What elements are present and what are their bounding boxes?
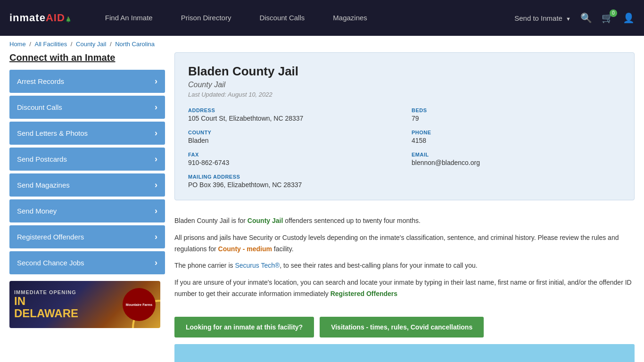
nav-icons: Send to Inmate ▼ 🔍 🛒 0 👤 [514, 12, 635, 24]
visitations-button[interactable]: Visitations - times, rules, Covid cancel… [320, 317, 484, 337]
sidebar-item-arrest-records[interactable]: Arrest Records › [9, 70, 165, 93]
county-value: Bladen [188, 137, 397, 144]
ad-in: IN DELAWARE [14, 295, 78, 320]
email-block: EMAIL blennon@bladenco.org [412, 152, 621, 166]
county-label: COUNTY [188, 130, 397, 135]
mailing-label: MAILING ADDRESS [188, 174, 397, 180]
registered-offenders-link[interactable]: Registered Offenders [330, 290, 397, 297]
sidebar-item-send-postcards[interactable]: Send Postcards › [9, 148, 165, 171]
description-p4: If you are unsure of your inmate's locat… [174, 277, 635, 300]
facility-photo [174, 344, 635, 362]
address-block: ADDRESS 105 Court St, Elizabethtown, NC … [188, 107, 397, 122]
info-grid: ADDRESS 105 Court St, Elizabethtown, NC … [188, 107, 621, 189]
arrow-icon: › [155, 180, 157, 190]
nav-links: Find An Inmate Prison Directory Discount… [91, 0, 514, 36]
county-block: COUNTY Bladen [188, 130, 397, 144]
address-label: ADDRESS [188, 107, 397, 113]
sidebar: Connect with an Inmate Arrest Records › … [9, 52, 165, 362]
fax-value: 910-862-6743 [188, 159, 397, 166]
email-value: blennon@bladenco.org [412, 159, 621, 166]
mailing-value: PO Box 396, Elizabethtown, NC 28337 [188, 181, 397, 189]
description-area: Bladen County Jail is for County Jail of… [174, 208, 635, 313]
securus-link[interactable]: Securus Tech® [235, 262, 280, 269]
navbar: inmateAID🎄 Find An Inmate Prison Directo… [0, 0, 644, 36]
arrow-icon: › [155, 154, 157, 164]
sidebar-item-registered-offenders[interactable]: Registered Offenders › [9, 225, 165, 248]
fax-label: FAX [188, 152, 397, 157]
description-p3: The phone carrier is Securus Tech®, to s… [174, 260, 635, 272]
action-buttons: Looking for an inmate at this facility? … [174, 317, 635, 337]
nav-discount-calls[interactable]: Discount Calls [245, 0, 319, 36]
beds-value: 79 [412, 115, 621, 122]
nav-prison-directory[interactable]: Prison Directory [167, 0, 246, 36]
breadcrumb: Home / All Facilities / County Jail / No… [0, 36, 644, 52]
beds-block: BEDS 79 [412, 107, 621, 122]
user-icon[interactable]: 👤 [623, 12, 635, 24]
find-inmate-button[interactable]: Looking for an inmate at this facility? [174, 317, 314, 337]
phone-label: PHONE [412, 130, 621, 135]
phone-value: 4158 [412, 137, 621, 144]
county-jail-link[interactable]: County Jail [248, 217, 283, 224]
county-medium-link[interactable]: County - medium [218, 245, 272, 253]
breadcrumb-county-jail[interactable]: County Jail [76, 41, 106, 48]
sidebar-menu: Arrest Records › Discount Calls › Send L… [9, 70, 165, 274]
address-value: 105 Court St, Elizabethtown, NC 28337 [188, 115, 397, 122]
fax-block: FAX 910-862-6743 [188, 152, 397, 166]
arrow-icon: › [155, 258, 157, 268]
sidebar-item-send-money[interactable]: Send Money › [9, 199, 165, 222]
search-icon[interactable]: 🔍 [580, 12, 592, 24]
beds-label: BEDS [412, 107, 621, 113]
send-dropdown-arrow: ▼ [566, 16, 571, 22]
sidebar-item-send-magazines[interactable]: Send Magazines › [9, 173, 165, 197]
nav-find-inmate[interactable]: Find An Inmate [91, 0, 167, 36]
logo[interactable]: inmateAID🎄 [9, 12, 72, 24]
arrow-icon: › [155, 206, 157, 216]
description-p1: Bladen County Jail is for County Jail of… [174, 215, 635, 227]
arrow-icon: › [155, 76, 157, 86]
sidebar-item-discount-calls[interactable]: Discount Calls › [9, 96, 165, 119]
send-to-inmate-button[interactable]: Send to Inmate ▼ [514, 14, 571, 22]
facility-name: Bladen County Jail [188, 64, 621, 79]
email-label: EMAIL [412, 152, 621, 157]
description-p2: All prisons and jails have Security or C… [174, 232, 635, 255]
logo-text: inmateAID🎄 [9, 12, 72, 24]
breadcrumb-home[interactable]: Home [9, 41, 26, 48]
ad-logo: Mountaire Farms [123, 288, 156, 321]
nav-magazines[interactable]: Magazines [319, 0, 381, 36]
cart-badge: 0 [610, 9, 617, 17]
facility-type: County Jail [188, 81, 621, 89]
arrow-icon: › [155, 128, 157, 138]
main-content: Bladen County Jail County Jail Last Upda… [174, 52, 635, 362]
facility-updated: Last Updated: August 10, 2022 [188, 91, 621, 98]
arrow-icon: › [155, 102, 157, 112]
sidebar-item-second-chance-jobs[interactable]: Second Chance Jobs › [9, 251, 165, 274]
facility-card: Bladen County Jail County Jail Last Upda… [174, 52, 635, 200]
breadcrumb-state[interactable]: North Carolina [115, 41, 155, 48]
phone-block: PHONE 4158 [412, 130, 621, 144]
arrow-icon: › [155, 232, 157, 242]
sidebar-title: Connect with an Inmate [9, 52, 165, 63]
sidebar-item-send-letters[interactable]: Send Letters & Photos › [9, 122, 165, 145]
mailing-block: MAILING ADDRESS PO Box 396, Elizabethtow… [188, 174, 397, 189]
cart-icon[interactable]: 🛒 0 [602, 12, 613, 24]
main-container: Connect with an Inmate Arrest Records › … [0, 52, 644, 362]
breadcrumb-all-facilities[interactable]: All Facilities [35, 41, 67, 48]
sidebar-ad[interactable]: IMMEDIATE OPENING IN DELAWARE Mountaire … [9, 281, 160, 328]
